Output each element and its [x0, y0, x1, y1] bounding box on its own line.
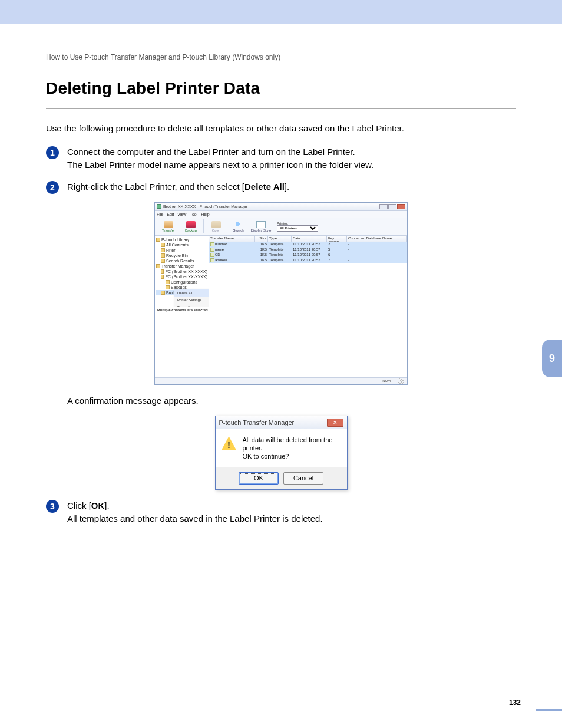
cancel-button[interactable]: Cancel [283, 472, 323, 485]
list-header: Transfer Name Size Type Date Key Assign … [209, 236, 407, 242]
step-bullet-3: 3 [46, 500, 59, 513]
folder-tree[interactable]: P-touch Library All Contents Filter Recy… [155, 236, 209, 307]
intro-text: Use the following procedure to delete al… [46, 122, 516, 135]
step-bullet-1: 1 [46, 146, 59, 159]
ctx-delete-all[interactable]: Delete All [174, 289, 209, 297]
window-title: Brother XX-XXXX - P-touch Transfer Manag… [163, 205, 379, 209]
step3-bold: OK [91, 500, 105, 510]
header-band [0, 0, 562, 24]
step2-bold: Delete All [244, 182, 285, 192]
list-row[interactable]: address 1KB Template 11/10/2011 20:57 7 … [209, 258, 407, 263]
menu-view[interactable]: View [177, 212, 186, 216]
tree-filter[interactable]: Filter [156, 248, 207, 253]
toolbar-separator [203, 219, 204, 233]
step-3: 3 Click [OK]. All templates and other da… [46, 499, 516, 526]
minimize-button[interactable] [379, 204, 388, 209]
folder-icon [166, 285, 170, 289]
statusbar: NUM [155, 377, 407, 384]
printer-dropdown[interactable]: All Printers [277, 225, 318, 232]
step2-post: ]. [285, 182, 289, 192]
tree-recycle-bin[interactable]: Recycle Bin [156, 253, 207, 258]
list-pane: Transfer Name Size Type Date Key Assign … [209, 236, 407, 307]
list-row[interactable]: CD 1KB Template 11/10/2011 20:57 6 - [209, 253, 407, 258]
pc-icon [161, 269, 164, 274]
menu-tool[interactable]: Tool [190, 212, 197, 216]
file-icon [210, 248, 214, 252]
toolbar-display-style[interactable]: Display Style [250, 221, 272, 232]
file-icon [210, 253, 214, 257]
tree-all-contents[interactable]: All Contents [156, 242, 207, 248]
step-2-after: A confirmation message appears. [46, 394, 516, 408]
menu-file[interactable]: File [157, 212, 163, 216]
search-icon [234, 221, 243, 228]
list-rows: number 1KB Template 11/10/2011 20:57 2 -… [209, 242, 407, 307]
list-row[interactable]: name 1KB Template 11/10/2011 20:57 5 - [209, 248, 407, 253]
toolbar-search[interactable]: Search [227, 221, 250, 232]
ctx-properties[interactable]: Properties... [174, 304, 209, 307]
footer-accent [536, 709, 562, 711]
menu-help[interactable]: Help [201, 212, 209, 216]
context-menu: Delete All Printer Settings... Propertie… [174, 289, 209, 307]
step3-post: ]. [104, 500, 109, 510]
chapter-tab: 9 [542, 340, 562, 377]
toolbar-backup[interactable]: Backup [180, 221, 202, 232]
list-row[interactable]: number 1KB Template 11/10/2011 20:57 2 - [209, 242, 407, 248]
folder-icon [166, 280, 170, 284]
file-icon [210, 242, 214, 246]
col-transfer-name[interactable]: Transfer Name [209, 236, 255, 242]
search-results-icon [161, 259, 165, 263]
dialog-message: All data will be deleted from the printe… [243, 436, 341, 460]
col-size[interactable]: Size [255, 236, 268, 242]
confirmation-text: A confirmation message appears. [67, 394, 199, 408]
tree-search-results[interactable]: Search Results [156, 258, 207, 263]
printer-selector: Printer: All Printers [277, 222, 318, 232]
tree-transfer-manager[interactable]: Transfer Manager [156, 263, 207, 269]
preview-pane: Multiple contents are selected. [155, 307, 407, 377]
dialog-title: P-touch Transfer Manager [219, 419, 327, 426]
app-window: Brother XX-XXXX - P-touch Transfer Manag… [154, 202, 408, 385]
file-icon [210, 258, 214, 262]
status-num: NUM [382, 379, 391, 383]
titlebar: Brother XX-XXXX - P-touch Transfer Manag… [155, 203, 407, 211]
open-icon [211, 221, 221, 228]
confirm-dialog: P-touch Transfer Manager ✕ ! All data wi… [215, 416, 348, 489]
tree-pc2[interactable]: PC (Brother XX-XXXX) [156, 274, 207, 279]
col-type[interactable]: Type [268, 236, 292, 242]
title-underline [46, 108, 516, 109]
filter-icon [161, 248, 165, 252]
tree-pc1[interactable]: PC (Brother XX-XXXX) [156, 269, 207, 274]
step1-line1: Connect the computer and the Label Print… [67, 147, 355, 157]
menu-edit[interactable]: Edit [167, 212, 174, 216]
tree-ptouch-library[interactable]: P-touch Library [156, 237, 207, 242]
folder-icon [156, 238, 160, 242]
step-bullet-2: 2 [46, 181, 59, 194]
step2-pre: Right-click the Label Printer, and then … [67, 182, 244, 192]
breadcrumb: How to Use P-touch Transfer Manager and … [46, 53, 516, 61]
app-icon [157, 204, 161, 209]
ok-button[interactable]: OK [239, 472, 279, 485]
ctx-printer-settings[interactable]: Printer Settings... [174, 297, 209, 304]
backup-icon [186, 221, 196, 228]
col-key-assign[interactable]: Key Assign [327, 236, 347, 242]
menubar: File Edit View Tool Help [155, 211, 407, 218]
warning-icon: ! [222, 436, 237, 450]
preview-message: Multiple contents are selected. [157, 308, 209, 312]
col-date[interactable]: Date [292, 236, 327, 242]
resize-grip-icon[interactable] [398, 378, 404, 384]
close-button[interactable] [397, 204, 405, 209]
step3-line2: All templates and other data saved in th… [67, 513, 323, 523]
step-2: 2 Right-click the Label Printer, and the… [46, 180, 516, 194]
dialog-titlebar: P-touch Transfer Manager ✕ [216, 416, 347, 429]
toolbar-open[interactable]: Open [205, 221, 227, 232]
pc-icon [161, 275, 164, 279]
dialog-close-button[interactable]: ✕ [327, 419, 343, 427]
tree-configurations[interactable]: Configurations [156, 279, 207, 285]
folder-icon [156, 264, 160, 268]
folder-icon [161, 243, 165, 247]
col-connected-db[interactable]: Connected Database Name [347, 236, 407, 242]
maximize-button[interactable] [388, 204, 396, 209]
step1-line2: The Label Printer model name appears nex… [67, 160, 373, 170]
page-title: Deleting Label Printer Data [46, 79, 516, 98]
printer-icon [161, 291, 165, 295]
toolbar-transfer[interactable]: Transfer [157, 221, 180, 232]
